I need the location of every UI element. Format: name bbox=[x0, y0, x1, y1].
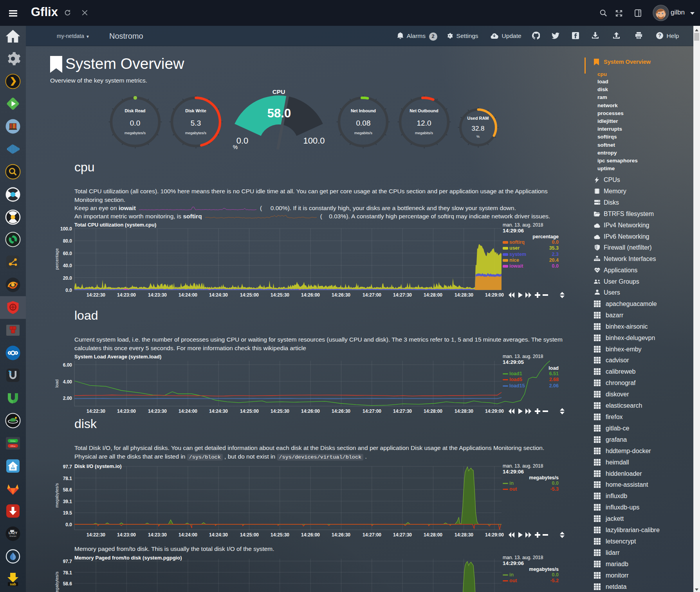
svg-text:Offline: Offline bbox=[10, 445, 16, 447]
svg-text:sab: sab bbox=[10, 582, 16, 586]
svg-text:librarian: librarian bbox=[9, 535, 16, 537]
svg-text:Online: Online bbox=[10, 440, 16, 442]
